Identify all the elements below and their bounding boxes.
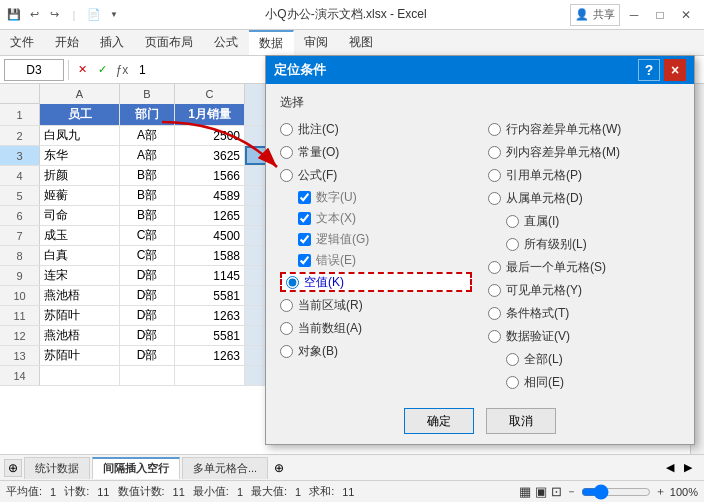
cell-12a[interactable]: 燕池梧 xyxy=(40,326,120,345)
confirm-btn[interactable]: 确定 xyxy=(404,408,474,434)
col-header-b[interactable]: B xyxy=(120,84,175,104)
cell-12c[interactable]: 5581 xyxy=(175,326,245,345)
checkbox-logic[interactable] xyxy=(298,233,311,246)
radio-all-levels[interactable] xyxy=(506,238,519,251)
tab-insert[interactable]: 插入 xyxy=(90,30,135,55)
tab-formula[interactable]: 公式 xyxy=(204,30,249,55)
checkbox-num[interactable] xyxy=(298,191,311,204)
zoom-in-btn[interactable]: ＋ xyxy=(655,484,666,499)
cell-8c[interactable]: 1588 xyxy=(175,246,245,265)
cell-5a[interactable]: 姬蘅 xyxy=(40,186,120,205)
cell-5c[interactable]: 4589 xyxy=(175,186,245,205)
cell-10a[interactable]: 燕池梧 xyxy=(40,286,120,305)
cell-2b[interactable]: A部 xyxy=(120,126,175,145)
cell-4a[interactable]: 折颜 xyxy=(40,166,120,185)
page-layout-btn[interactable]: ▣ xyxy=(535,484,547,499)
zoom-out-btn[interactable]: － xyxy=(566,484,577,499)
checkbox-error[interactable] xyxy=(298,254,311,267)
dialog-close-btn[interactable]: × xyxy=(664,59,686,81)
page-break-btn[interactable]: ⊡ xyxy=(551,484,562,499)
cell-3c[interactable]: 3625 xyxy=(175,146,245,165)
sheet-tab-insert-row[interactable]: 间隔插入空行 xyxy=(92,457,180,479)
more-sheets-btn[interactable]: ⊕ xyxy=(270,459,288,477)
redo-icon[interactable]: ↪ xyxy=(46,7,62,23)
tab-view[interactable]: 视图 xyxy=(339,30,384,55)
cancel-btn[interactable]: 取消 xyxy=(486,408,556,434)
radio-cur-arr[interactable] xyxy=(280,322,293,335)
tab-home[interactable]: 开始 xyxy=(45,30,90,55)
cell-8b[interactable]: C部 xyxy=(120,246,175,265)
cell-1c[interactable]: 1月销量 xyxy=(175,104,245,125)
cell-5b[interactable]: B部 xyxy=(120,186,175,205)
radio-last-cell[interactable] xyxy=(488,261,501,274)
cell-2c[interactable]: 2500 xyxy=(175,126,245,145)
radio-validation[interactable] xyxy=(488,330,501,343)
radio-const[interactable] xyxy=(280,146,293,159)
cell-9a[interactable]: 连宋 xyxy=(40,266,120,285)
radio-direct[interactable] xyxy=(506,215,519,228)
tab-data[interactable]: 数据 xyxy=(249,30,294,55)
sheet-tab-merge[interactable]: 多单元格合... xyxy=(182,457,268,479)
radio-cur-area[interactable] xyxy=(280,299,293,312)
cell-13c[interactable]: 1263 xyxy=(175,346,245,365)
tab-layout[interactable]: 页面布局 xyxy=(135,30,204,55)
radio-note[interactable] xyxy=(280,123,293,136)
cell-11a[interactable]: 苏陌叶 xyxy=(40,306,120,325)
zoom-slider[interactable] xyxy=(581,484,651,500)
normal-view-btn[interactable]: ▦ xyxy=(519,484,531,499)
radio-blank[interactable] xyxy=(286,276,299,289)
sheet-tab-stats[interactable]: 统计数据 xyxy=(24,457,90,479)
cell-12b[interactable]: D部 xyxy=(120,326,175,345)
radio-row-diff[interactable] xyxy=(488,123,501,136)
cell-9c[interactable]: 1145 xyxy=(175,266,245,285)
cell-13a[interactable]: 苏陌叶 xyxy=(40,346,120,365)
insert-function-btn[interactable]: ƒx xyxy=(113,61,131,79)
add-sheet-btn[interactable]: ⊕ xyxy=(4,459,22,477)
cell-4b[interactable]: B部 xyxy=(120,166,175,185)
cell-10c[interactable]: 5581 xyxy=(175,286,245,305)
radio-obj[interactable] xyxy=(280,345,293,358)
col-header-a[interactable]: A xyxy=(40,84,120,104)
cell-14b[interactable] xyxy=(120,366,175,385)
cell-14a[interactable] xyxy=(40,366,120,385)
cancel-formula-btn[interactable]: ✕ xyxy=(73,61,91,79)
cell-6c[interactable]: 1265 xyxy=(175,206,245,225)
radio-dep[interactable] xyxy=(488,192,501,205)
cell-7a[interactable]: 成玉 xyxy=(40,226,120,245)
radio-col-diff[interactable] xyxy=(488,146,501,159)
undo-icon[interactable]: ↩ xyxy=(26,7,42,23)
minimize-btn[interactable]: ─ xyxy=(622,4,646,26)
doc-icon[interactable]: 📄 xyxy=(86,7,102,23)
radio-formula[interactable] xyxy=(280,169,293,182)
cell-9b[interactable]: D部 xyxy=(120,266,175,285)
radio-same[interactable] xyxy=(506,376,519,389)
scroll-tabs-right[interactable]: ▶ xyxy=(680,461,696,474)
cell-14c[interactable] xyxy=(175,366,245,385)
tab-file[interactable]: 文件 xyxy=(0,30,45,55)
close-btn[interactable]: ✕ xyxy=(674,4,698,26)
cell-4c[interactable]: 1566 xyxy=(175,166,245,185)
col-header-c[interactable]: C xyxy=(175,84,245,104)
cell-2a[interactable]: 白凤九 xyxy=(40,126,120,145)
cell-7b[interactable]: C部 xyxy=(120,226,175,245)
cell-11c[interactable]: 1263 xyxy=(175,306,245,325)
confirm-formula-btn[interactable]: ✓ xyxy=(93,61,111,79)
cell-3a[interactable]: 东华 xyxy=(40,146,120,165)
cell-13b[interactable]: D部 xyxy=(120,346,175,365)
share-btn[interactable]: 👤 共享 xyxy=(570,4,620,26)
cell-6a[interactable]: 司命 xyxy=(40,206,120,225)
tab-review[interactable]: 审阅 xyxy=(294,30,339,55)
cell-1b[interactable]: 部门 xyxy=(120,104,175,125)
cell-1a[interactable]: 员工 xyxy=(40,104,120,125)
radio-all[interactable] xyxy=(506,353,519,366)
save-icon[interactable]: 💾 xyxy=(6,7,22,23)
dialog-help-btn[interactable]: ? xyxy=(638,59,660,81)
maximize-btn[interactable]: □ xyxy=(648,4,672,26)
radio-cond-fmt[interactable] xyxy=(488,307,501,320)
cell-8a[interactable]: 白真 xyxy=(40,246,120,265)
cell-10b[interactable]: D部 xyxy=(120,286,175,305)
cell-7c[interactable]: 4500 xyxy=(175,226,245,245)
checkbox-text[interactable] xyxy=(298,212,311,225)
radio-precedent[interactable] xyxy=(488,169,501,182)
cell-11b[interactable]: D部 xyxy=(120,306,175,325)
